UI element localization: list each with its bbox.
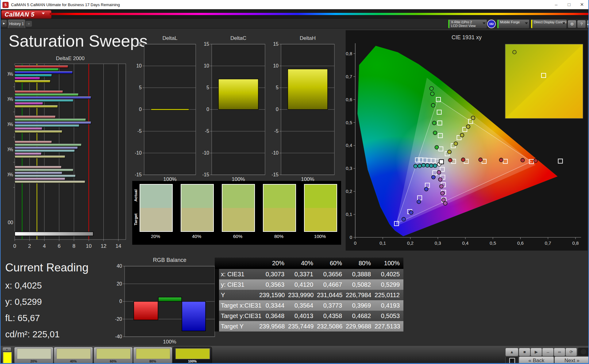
help-button[interactable]: ? xyxy=(577,20,586,28)
cie-measured-point xyxy=(402,217,406,221)
svg-text:DeltaC: DeltaC xyxy=(230,35,246,41)
gear-icon[interactable]: ⚙ xyxy=(568,20,576,28)
transport-up-button[interactable]: ▲ xyxy=(505,348,518,356)
svg-text:100%: 100% xyxy=(8,71,13,77)
svg-text:2: 2 xyxy=(28,243,31,249)
cie-measured-point xyxy=(425,163,429,167)
target-swatch xyxy=(305,208,337,231)
reading-x: x: 0,4025 xyxy=(5,281,42,291)
svg-text:-20: -20 xyxy=(115,316,122,322)
svg-text:-10: -10 xyxy=(202,150,209,155)
tab-history-1[interactable]: History 1 xyxy=(8,20,25,28)
svg-text:15: 15 xyxy=(273,41,279,47)
svg-text:-5: -5 xyxy=(205,128,209,134)
svg-text:0,6: 0,6 xyxy=(517,240,524,246)
collapse-up-icon[interactable]: ▲ xyxy=(3,347,11,351)
transport-stop-button[interactable]: ■ xyxy=(519,348,530,356)
svg-text:DeltaL: DeltaL xyxy=(162,35,177,41)
actual-swatch xyxy=(181,185,213,208)
calman-logo[interactable]: CalMAN 5 xyxy=(1,10,52,19)
patch-button-60%[interactable]: 60% xyxy=(94,347,133,364)
table-row: Target Y239,9568235,7449232,5086229,9688… xyxy=(219,321,403,331)
workflow-dropdown[interactable]: Direct Display Control xyxy=(531,19,567,29)
cie-measured-point xyxy=(461,158,465,162)
svg-text:0,4: 0,4 xyxy=(462,240,469,246)
patch-button-40%[interactable]: 40% xyxy=(54,347,93,364)
swatch-column-20% xyxy=(140,184,173,232)
cie-measured-point xyxy=(499,158,503,162)
deltal-chart: DeltaL151050-5-10-15100% xyxy=(135,34,206,184)
cie-white-point xyxy=(439,160,444,164)
svg-text:14: 14 xyxy=(115,243,121,249)
measurement-count-badge[interactable]: 152 xyxy=(487,20,496,28)
meter-accent xyxy=(448,20,449,28)
add-tab-button[interactable]: + xyxy=(26,21,32,27)
target-swatch xyxy=(222,208,254,231)
svg-text:5: 5 xyxy=(206,85,209,90)
meter-dropdown[interactable]: X-Rite i1Pro 2LCD Direct View xyxy=(448,19,487,29)
svg-text:0,7: 0,7 xyxy=(346,74,352,79)
cie-1931-chart: CIE 1931 xy00,10,20,30,40,50,60,70,800,1… xyxy=(345,30,588,251)
close-button[interactable]: ✕ xyxy=(576,0,588,9)
workflow-accent xyxy=(531,20,532,28)
svg-text:15: 15 xyxy=(204,41,209,47)
swatch-column-60% xyxy=(222,184,255,232)
svg-text:5: 5 xyxy=(139,85,142,90)
actual-swatch xyxy=(222,185,254,208)
patch-button-20%[interactable]: 20% xyxy=(14,347,53,364)
svg-text:0: 0 xyxy=(276,107,279,112)
current-reading-title: Current Reading xyxy=(5,261,88,274)
svg-text:0,3: 0,3 xyxy=(346,166,352,171)
svg-text:0,5: 0,5 xyxy=(490,240,496,246)
cie-measured-point xyxy=(424,187,428,191)
svg-text:20: 20 xyxy=(117,281,122,286)
cie-measured-point xyxy=(432,121,436,125)
minimize-button[interactable]: – xyxy=(550,0,562,9)
logo-dropdown-arrow-icon xyxy=(42,13,45,14)
svg-text:15: 15 xyxy=(136,41,142,47)
svg-text:10: 10 xyxy=(136,63,142,68)
cie-measured-point xyxy=(460,133,464,137)
chevron-down-icon xyxy=(525,22,528,24)
svg-text:10: 10 xyxy=(273,63,279,68)
swatch-column-40% xyxy=(181,184,214,232)
cie-measured-point xyxy=(430,92,434,96)
chevron-down-icon xyxy=(562,22,565,24)
rgb-balance-chart: RGB Balance40200-20-40100% xyxy=(114,257,218,346)
svg-text:-40: -40 xyxy=(115,334,122,339)
workflow-label: Direct Display Control xyxy=(534,20,566,24)
table-col-header: 60% xyxy=(317,258,342,269)
svg-text:DeltaE 2000: DeltaE 2000 xyxy=(56,56,85,61)
patch-button-100%[interactable]: 100% xyxy=(173,347,212,364)
svg-text:0,8: 0,8 xyxy=(346,51,352,56)
cie-measured-point xyxy=(437,171,441,174)
svg-text:0,8: 0,8 xyxy=(572,240,579,246)
transport-refresh-button[interactable]: ⟳ xyxy=(565,348,577,356)
cie-measured-point xyxy=(466,125,470,128)
tab-nav-button[interactable]: ▶ xyxy=(1,20,7,27)
stop-inner-icon xyxy=(510,359,513,362)
actual-swatch xyxy=(140,185,172,208)
cie-measured-point xyxy=(441,191,444,195)
patch-button-80%[interactable]: 80% xyxy=(133,347,172,364)
swatch-column-100% xyxy=(304,184,337,232)
svg-text:20%: 20% xyxy=(8,172,13,177)
transport-play-button[interactable]: ▶ xyxy=(530,348,542,356)
source-dropdown[interactable]: Mobile Forge xyxy=(497,19,529,29)
svg-text:0: 0 xyxy=(206,107,209,112)
table-col-header: 40% xyxy=(288,258,313,269)
svg-text:8: 8 xyxy=(72,243,75,249)
cie-measured-point xyxy=(431,103,435,107)
target-row-label: Target xyxy=(133,213,138,225)
maximize-button[interactable]: □ xyxy=(563,0,575,9)
deltah-chart: DeltaH151050-5-10-15100% xyxy=(272,34,342,184)
current-patch-swatch xyxy=(3,352,12,363)
svg-text:0,4: 0,4 xyxy=(346,143,352,148)
cie-measured-point xyxy=(534,159,537,163)
svg-text:-10: -10 xyxy=(272,150,279,155)
cie-measured-point xyxy=(414,164,417,168)
target-swatch xyxy=(181,208,213,231)
transport-range-button[interactable]: ↔ xyxy=(542,348,554,356)
svg-text:4: 4 xyxy=(43,243,46,249)
transport-loop-button[interactable]: ∞ xyxy=(554,348,565,356)
